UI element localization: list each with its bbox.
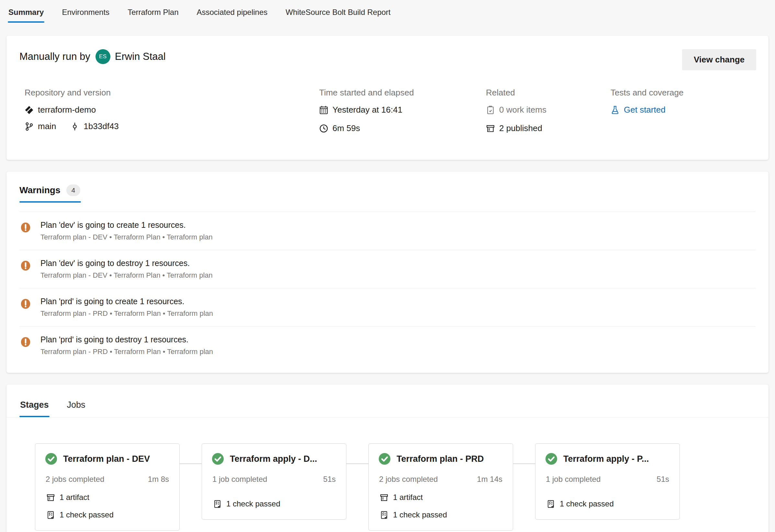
stages-jobs-tabs: Stages Jobs — [6, 397, 769, 417]
warning-exclamation-icon — [20, 260, 31, 271]
time-started-row: Yesterday at 16:41 — [319, 105, 486, 115]
work-items-row: 0 work items — [486, 105, 611, 115]
beaker-icon — [611, 105, 620, 115]
summary-header: Manually run by ES Erwin Staal View chan… — [19, 49, 757, 70]
stage-meta-row: 2 jobs completed 1m 8s — [45, 475, 170, 484]
check-circle-icon — [45, 453, 57, 465]
summary-columns: Repository and version terraform-demo ma… — [19, 88, 757, 140]
tab-associated-pipelines[interactable]: Associated pipelines — [196, 5, 268, 23]
warnings-tab-label: Warnings — [19, 185, 61, 195]
avatar: ES — [95, 49, 110, 64]
branch[interactable]: main — [25, 121, 56, 131]
repository-row[interactable]: terraform-demo — [25, 105, 319, 115]
pipeline-run-summary-page: Summary Environments Terraform Plan Asso… — [0, 0, 775, 532]
published-artifacts-value: 2 published — [499, 123, 542, 133]
stage-artifact-row[interactable]: 1 artifact — [46, 493, 170, 502]
work-items-value: 0 work items — [499, 105, 547, 115]
warning-subtitle: Terraform plan - DEV • Terraform Plan • … — [40, 271, 213, 280]
time-started-value: Yesterday at 16:41 — [332, 105, 403, 115]
stage-title-row: Terraform plan - PRD — [378, 453, 503, 465]
stage-jobs-completed: 2 jobs completed — [46, 475, 104, 484]
stage-check-row[interactable]: 1 check passed — [547, 499, 670, 508]
artifact-box-icon — [380, 493, 389, 502]
stage-duration: 1m 8s — [148, 475, 169, 484]
stage-check-label: 1 check passed — [226, 499, 280, 508]
stage-card-terraform-plan-prd[interactable]: Terraform plan - PRD 2 jobs completed 1m… — [368, 443, 513, 531]
artifact-box-icon — [46, 493, 55, 502]
tab-jobs[interactable]: Jobs — [66, 397, 86, 417]
warning-row[interactable]: Plan 'dev' is going to destroy 1 resourc… — [19, 250, 756, 288]
run-summary-panel: Manually run by ES Erwin Staal View chan… — [6, 36, 769, 160]
warning-row[interactable]: Plan 'dev' is going to create 1 resource… — [19, 212, 756, 250]
checklist-icon — [213, 500, 222, 508]
stage-meta-row: 1 job completed 51s — [545, 475, 670, 484]
warning-exclamation-icon — [20, 337, 31, 347]
checklist-icon — [380, 511, 389, 519]
warning-texts: Plan 'dev' is going to destroy 1 resourc… — [40, 259, 213, 280]
stage-cards: Terraform plan - DEV 2 jobs completed 1m… — [6, 417, 769, 531]
warning-row[interactable]: Plan 'prd' is going to destroy 1 resourc… — [19, 326, 756, 364]
stage-title-row: Terraform apply - D... — [212, 453, 336, 465]
stage-card-terraform-apply-prd[interactable]: Terraform apply - P... 1 job completed 5… — [535, 443, 680, 520]
run-detail-tabs: Summary Environments Terraform Plan Asso… — [0, 0, 775, 23]
azure-repos-icon — [25, 105, 34, 115]
warnings-panel: Warnings 4 Plan 'dev' is going to create… — [6, 172, 769, 373]
branch-commit-row: main 1b33df43 — [25, 121, 319, 131]
stage-check-row[interactable]: 1 check passed — [46, 510, 170, 519]
stage-check-row[interactable]: 1 check passed — [380, 510, 503, 519]
warning-subtitle: Terraform plan - DEV • Terraform Plan • … — [40, 233, 213, 241]
stage-title-row: Terraform apply - P... — [545, 453, 670, 465]
published-artifacts-row[interactable]: 2 published — [486, 123, 611, 133]
tab-whitesource-bolt-build-report[interactable]: WhiteSource Bolt Build Report — [285, 5, 391, 23]
run-by-prefix: Manually run by — [19, 51, 90, 62]
stage-check-row[interactable]: 1 check passed — [213, 499, 336, 508]
check-circle-icon — [212, 453, 224, 465]
stage-meta-row: 1 job completed 51s — [212, 475, 336, 484]
avatar-initials: ES — [99, 53, 107, 60]
stage-check-label: 1 check passed — [393, 510, 447, 519]
repository-name: terraform-demo — [38, 105, 96, 115]
warning-subtitle: Terraform plan - PRD • Terraform Plan • … — [40, 348, 213, 356]
stage-connector — [346, 463, 368, 464]
tests-get-started-link[interactable]: Get started — [611, 105, 757, 115]
stage-jobs-completed: 1 job completed — [212, 475, 267, 484]
time-section: Time started and elapsed Yesterday at 16… — [319, 88, 486, 140]
stage-jobs-completed: 1 job completed — [546, 475, 601, 484]
stage-jobs-completed: 2 jobs completed — [379, 475, 438, 484]
stage-card-terraform-plan-dev[interactable]: Terraform plan - DEV 2 jobs completed 1m… — [35, 443, 180, 531]
warning-row[interactable]: Plan 'prd' is going to create 1 resource… — [19, 288, 756, 326]
tab-summary[interactable]: Summary — [8, 5, 44, 23]
stage-title: Terraform plan - PRD — [397, 454, 484, 464]
branch-name: main — [38, 121, 56, 131]
warning-title: Plan 'prd' is going to destroy 1 resourc… — [40, 335, 213, 344]
calendar-icon — [319, 105, 328, 115]
tests-and-coverage-section: Tests and coverage Get started — [611, 88, 757, 140]
stage-artifact-row[interactable]: 1 artifact — [380, 493, 503, 502]
stage-check-label: 1 check passed — [560, 499, 614, 508]
commit-hash: 1b33df43 — [83, 121, 118, 131]
artifact-box-icon — [486, 124, 495, 133]
tab-stages[interactable]: Stages — [19, 397, 50, 417]
warning-title: Plan 'dev' is going to create 1 resource… — [40, 220, 213, 230]
stage-duration: 51s — [323, 475, 336, 484]
check-circle-icon — [378, 453, 391, 465]
clock-icon — [319, 124, 328, 133]
time-heading: Time started and elapsed — [319, 88, 486, 98]
tab-environments[interactable]: Environments — [61, 5, 110, 23]
stage-connector — [513, 463, 535, 464]
warning-exclamation-icon — [20, 222, 31, 233]
tests-heading: Tests and coverage — [611, 88, 757, 98]
checklist-icon — [547, 500, 555, 508]
view-change-button[interactable]: View change — [682, 49, 756, 70]
stage-meta-row: 2 jobs completed 1m 14s — [378, 475, 503, 484]
run-by: Manually run by ES Erwin Staal — [19, 49, 166, 64]
tab-terraform-plan[interactable]: Terraform Plan — [127, 5, 179, 23]
stage-duration: 1m 14s — [477, 475, 503, 484]
commit[interactable]: 1b33df43 — [70, 121, 118, 131]
related-heading: Related — [486, 88, 611, 98]
stage-card-terraform-apply-dev[interactable]: Terraform apply - D... 1 job completed 5… — [202, 443, 346, 520]
stage-artifact-label: 1 artifact — [60, 493, 89, 502]
tab-warnings[interactable]: Warnings 4 — [19, 184, 81, 203]
warning-title: Plan 'prd' is going to create 1 resource… — [40, 297, 213, 306]
warning-exclamation-icon — [20, 299, 31, 309]
